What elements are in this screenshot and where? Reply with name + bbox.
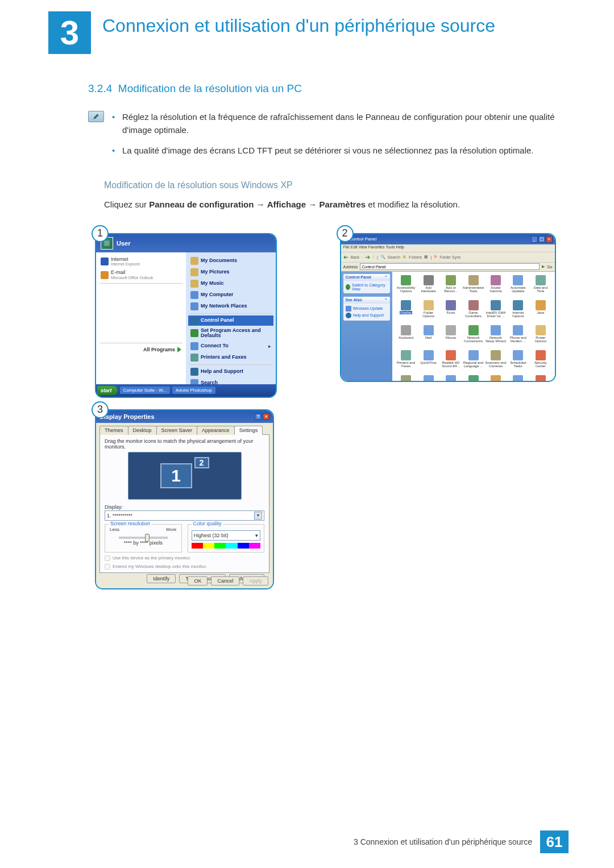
maximize-button[interactable]: ▢ — [538, 236, 545, 243]
tab-screen-saver[interactable]: Screen Saver — [156, 426, 198, 435]
slider-thumb[interactable] — [145, 534, 150, 542]
back-icon[interactable]: ➔ — [343, 254, 349, 261]
menu-bar[interactable]: File Edit View Favorites Tools Help — [341, 244, 555, 252]
start-menu-item[interactable]: My Computer — [188, 290, 273, 300]
forward-icon[interactable]: ➔ — [365, 254, 370, 261]
control-panel-item[interactable]: Add or Remov... — [440, 275, 461, 299]
start-menu-item[interactable]: InternetInternet Explorer — [98, 256, 184, 268]
chevron-up-icon[interactable]: ⌃ — [384, 298, 388, 302]
views-icon[interactable]: ▦ — [424, 255, 428, 259]
control-panel-item[interactable]: Printers and Faxes — [396, 350, 417, 374]
control-panel-item[interactable]: Adobe Gamma — [485, 275, 506, 299]
control-panel-item[interactable]: Folder Options — [418, 300, 439, 324]
control-panel-item[interactable]: Security Center — [530, 350, 551, 374]
folders-label: Folders — [409, 255, 422, 259]
start-menu-item[interactable]: Control Panel — [188, 315, 273, 326]
control-panel-item[interactable]: Intel(R) GMA Driver for ... — [485, 300, 506, 324]
monitor-2-icon[interactable]: 2 — [194, 457, 209, 468]
control-panel-item[interactable]: Fonts — [440, 300, 461, 324]
start-menu: User InternetInternet ExplorerE-mailMicr… — [96, 234, 276, 397]
control-panel-item[interactable]: Phone and Modem ... — [508, 325, 529, 349]
start-menu-item[interactable]: Printers and Faxes — [188, 352, 273, 363]
control-panel-item[interactable]: Accessibility Options — [396, 275, 417, 299]
control-panel-item[interactable]: Taskbar and Start Menu — [463, 375, 484, 382]
control-panel-item[interactable]: QuickTime — [418, 350, 439, 374]
side-link[interactable]: Switch to Category View — [346, 283, 388, 292]
taskbar-item[interactable]: Adobe Photoshop — [172, 387, 215, 394]
search-icon[interactable]: 🔍 — [380, 255, 385, 259]
start-menu-item[interactable]: Help and Support — [188, 367, 273, 377]
control-panel-item[interactable]: System — [440, 375, 461, 382]
extend-desktop-checkbox[interactable]: Extend my Windows desktop onto this moni… — [105, 564, 264, 570]
control-panel-item[interactable]: Windows Firewall — [530, 375, 551, 382]
ok-button[interactable]: OK — [188, 576, 208, 585]
apply-button[interactable]: Apply — [243, 576, 268, 585]
display-select[interactable]: 1. ********** ▾ — [105, 510, 264, 521]
monitor-arrangement[interactable]: 1 2 — [128, 452, 242, 500]
control-panel-item[interactable]: Mouse — [440, 325, 461, 349]
color-quality-select[interactable]: Highest (32 bit) ▾ — [192, 530, 261, 541]
start-menu-item[interactable]: My Network Places — [188, 301, 273, 312]
folders-icon[interactable]: ▣ — [403, 255, 406, 259]
address-input[interactable] — [360, 263, 540, 270]
control-panel-item[interactable]: Scheduled Tasks — [508, 350, 529, 374]
control-panel-item[interactable]: Power Options — [530, 325, 551, 349]
go-icon[interactable]: ▶ — [542, 264, 545, 269]
chevron-up-icon[interactable]: ⌃ — [384, 275, 388, 280]
back-label: Back — [351, 255, 360, 259]
control-panel-item[interactable]: Keyboard — [396, 325, 417, 349]
control-panel-item[interactable]: Internet Options — [508, 300, 529, 324]
control-panel-item[interactable]: Network Connections — [463, 325, 484, 349]
start-menu-left: InternetInternet ExplorerE-mailMicrosoft… — [96, 252, 186, 384]
control-panel-item[interactable]: Game Controllers — [463, 300, 484, 324]
side-link[interactable]: Windows Update — [346, 305, 388, 312]
tab-settings[interactable]: Settings — [234, 426, 263, 435]
control-panel-item[interactable]: Regional and Language ... — [463, 350, 484, 374]
monitor-1-icon[interactable]: 1 — [160, 463, 192, 488]
tab-themes[interactable]: Themes — [99, 426, 128, 435]
control-panel-item[interactable]: Mail — [418, 325, 439, 349]
control-panel-icons: Accessibility OptionsAdd HardwareAdd or … — [392, 272, 555, 381]
start-menu-header: User — [96, 234, 276, 252]
primary-monitor-checkbox[interactable]: Use this device as the primary monitor. — [105, 555, 264, 561]
control-panel-item[interactable]: Network Setup Wizard — [485, 325, 506, 349]
control-panel-item[interactable]: Automatic Updates — [508, 275, 529, 299]
taskbar-item[interactable]: Computer Suite - W... — [120, 387, 170, 394]
control-panel-item[interactable]: Java — [530, 300, 551, 324]
cq-legend: Color quality — [192, 521, 223, 526]
control-panel-item[interactable]: Scanners and Cameras — [485, 350, 506, 374]
control-panel-item[interactable]: User Accounts — [485, 375, 506, 382]
control-panel-item[interactable]: Display — [396, 300, 417, 324]
all-programs-label: All Programs — [143, 347, 175, 352]
control-panel-item[interactable]: Windows CardSpace — [508, 375, 529, 382]
figure-3: 3 Display Properties ? × ThemesDesktopSc… — [95, 409, 324, 589]
control-panel-item[interactable]: Add Hardware — [418, 275, 439, 299]
start-menu-item[interactable]: Set Program Access and Defaults — [188, 327, 273, 340]
resolution-slider[interactable] — [119, 537, 168, 539]
close-button[interactable]: × — [263, 413, 269, 420]
help-button[interactable]: ? — [255, 413, 262, 420]
cancel-button[interactable]: Cancel — [211, 576, 239, 585]
control-panel-item[interactable]: Speech — [418, 375, 439, 382]
tab-desktop[interactable]: Desktop — [128, 426, 157, 435]
minimize-button[interactable]: _ — [531, 236, 538, 243]
control-panel-item[interactable]: Realtek HD Sound Eff... — [440, 350, 461, 374]
start-menu-item[interactable]: E-mailMicrosoft Office Outlook — [98, 269, 184, 281]
info-bullet: La qualité d'image des écrans LCD TFT pe… — [112, 144, 569, 157]
control-panel-item[interactable]: Sounds and Audio Devices — [396, 375, 417, 382]
tab-appearance[interactable]: Appearance — [197, 426, 235, 435]
start-menu-item[interactable]: My Music — [188, 279, 273, 289]
all-programs[interactable]: All Programs — [98, 345, 184, 354]
sync-icon[interactable]: ⟳ — [434, 255, 437, 259]
start-menu-item[interactable]: My Pictures — [188, 267, 273, 277]
start-menu-item[interactable]: My Documents — [188, 256, 273, 266]
close-button[interactable]: × — [546, 236, 553, 243]
up-icon[interactable]: ⤴ — [372, 255, 375, 259]
identify-button[interactable]: Identify — [147, 574, 176, 583]
control-panel-item[interactable]: Date and Time — [530, 275, 551, 299]
taskbar: start Computer Suite - W... Adobe Photos… — [96, 384, 276, 397]
control-panel-item[interactable]: Administrative Tools — [463, 275, 484, 299]
start-menu-item[interactable]: Connect To▸ — [188, 341, 273, 351]
side-link[interactable]: Help and Support — [346, 312, 388, 319]
start-button[interactable]: start — [97, 386, 118, 395]
